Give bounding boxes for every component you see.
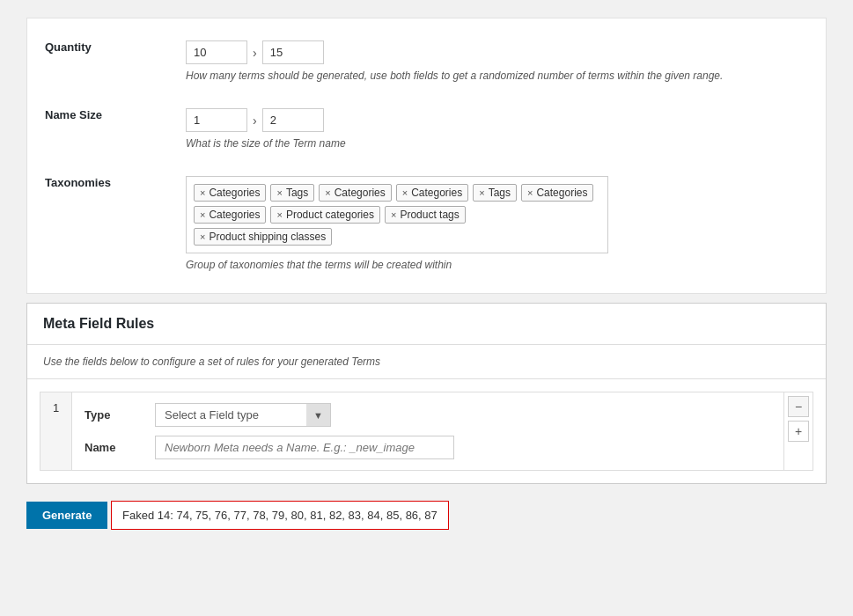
- name-size-label: Name Size: [45, 95, 186, 163]
- remove-rule-button[interactable]: −: [788, 396, 809, 417]
- list-item: ×Product tags: [385, 206, 466, 224]
- list-item: ×Categories: [194, 184, 266, 202]
- remove-tag-icon[interactable]: ×: [276, 209, 282, 220]
- list-item: ×Categories: [319, 184, 391, 202]
- remove-tag-icon[interactable]: ×: [402, 187, 408, 198]
- name-field-row: Name: [85, 436, 771, 459]
- quantity-label: Quantity: [45, 27, 186, 95]
- list-item: ×Categories: [521, 184, 593, 202]
- meta-field-rules-section: Meta Field Rules Use the fields below to…: [26, 303, 827, 484]
- list-item: ×Categories: [194, 206, 266, 224]
- select-dropdown-icon[interactable]: ▼: [306, 403, 331, 427]
- type-label: Type: [85, 408, 155, 422]
- taxonomies-description: Group of taxonomies that the terms will …: [186, 259, 808, 271]
- quantity-min-input[interactable]: [186, 40, 247, 64]
- name-size-max-input[interactable]: [262, 108, 324, 132]
- rule-row: 1 Type Select a Field type ▼ Name: [40, 392, 813, 471]
- quantity-arrow-icon: ›: [253, 46, 257, 60]
- list-item: ×Product shipping classes: [194, 228, 332, 246]
- remove-tag-icon[interactable]: ×: [325, 187, 330, 198]
- rule-actions: − +: [783, 392, 813, 470]
- taxonomy-tags-container: ×Categories ×Tags ×Categories ×Categorie…: [186, 176, 608, 253]
- list-item: ×Product categories: [270, 206, 380, 224]
- meta-field-rules-title: Meta Field Rules: [43, 316, 810, 332]
- field-type-select-wrapper: Select a Field type ▼: [155, 403, 331, 427]
- quantity-description: How many terms should be generated, use …: [186, 70, 808, 82]
- meta-field-rules-description: Use the fields below to configure a set …: [27, 345, 826, 379]
- field-type-select[interactable]: Select a Field type: [155, 403, 331, 427]
- rule-fields: Type Select a Field type ▼ Name: [72, 392, 783, 470]
- remove-tag-icon[interactable]: ×: [276, 187, 282, 198]
- remove-tag-icon[interactable]: ×: [391, 209, 396, 220]
- list-item: ×Tags: [473, 184, 517, 202]
- list-item: ×Tags: [270, 184, 314, 202]
- name-label: Name: [85, 441, 155, 454]
- type-field-row: Type Select a Field type ▼: [85, 403, 771, 427]
- remove-tag-icon[interactable]: ×: [479, 187, 484, 198]
- name-input[interactable]: [155, 436, 454, 459]
- list-item: ×Categories: [396, 184, 468, 202]
- generate-button[interactable]: Generate: [26, 502, 107, 529]
- rule-index: 1: [40, 392, 72, 470]
- remove-tag-icon[interactable]: ×: [200, 231, 205, 242]
- meta-field-rules-header: Meta Field Rules: [27, 304, 826, 345]
- remove-tag-icon[interactable]: ×: [200, 187, 205, 198]
- taxonomies-label: Taxonomies: [45, 163, 186, 284]
- add-rule-button[interactable]: +: [788, 421, 809, 442]
- name-size-description: What is the size of the Term name: [186, 137, 808, 150]
- name-size-min-input[interactable]: [186, 108, 247, 132]
- remove-tag-icon[interactable]: ×: [527, 187, 533, 198]
- result-box: Faked 14: 74, 75, 76, 77, 78, 79, 80, 81…: [111, 501, 449, 530]
- quantity-max-input[interactable]: [262, 40, 324, 64]
- name-size-arrow-icon: ›: [253, 114, 257, 128]
- remove-tag-icon[interactable]: ×: [200, 209, 205, 220]
